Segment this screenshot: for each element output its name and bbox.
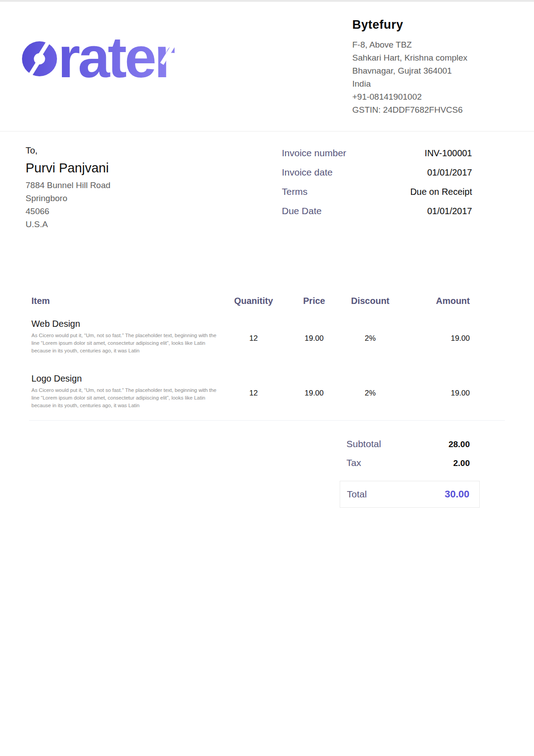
item-row: Logo Design As Cicero would put it, “Um,… — [29, 373, 505, 409]
item-discount: 2% — [341, 373, 399, 409]
item-price: 19.00 — [287, 318, 341, 355]
tax-row: Tax 2.00 — [340, 457, 480, 468]
customer-address-line: 45066 — [26, 205, 282, 218]
bill-to-block: To, Purvi Panjvani 7884 Bunnel Hill Road… — [26, 144, 282, 231]
column-header-item: Item — [29, 296, 220, 306]
meta-row-invoice-date: Invoice date 01/01/2017 — [282, 167, 472, 178]
customer-name: Purvi Panjvani — [26, 160, 282, 176]
column-header-amount: Amount — [399, 296, 505, 306]
crater-logo: rater — [21, 35, 175, 80]
column-header-quantity: Quanitity — [220, 296, 287, 306]
meta-label: Due Date — [282, 205, 322, 217]
total-label: Total — [347, 489, 367, 500]
total-box: Total 30.00 — [340, 481, 480, 508]
company-phone: +91-08141901002 — [352, 90, 507, 103]
crater-c-icon — [21, 40, 58, 77]
customer-address-line: Springboro — [26, 192, 282, 205]
item-row: Web Design As Cicero would put it, “Um, … — [29, 318, 505, 355]
company-address-line: Bhavnagar, Gujrat 364001 — [352, 64, 507, 77]
totals-section: Subtotal 28.00 Tax 2.00 Total 30.00 — [340, 439, 480, 508]
total-value: 30.00 — [445, 488, 469, 500]
crater-logo-text: rater — [58, 35, 175, 86]
item-name: Logo Design — [31, 373, 220, 384]
item-amount: 19.00 — [399, 318, 505, 355]
meta-label: Invoice date — [282, 167, 333, 178]
item-price: 19.00 — [287, 373, 341, 409]
tax-label: Tax — [346, 457, 361, 468]
billing-section: To, Purvi Panjvani 7884 Bunnel Hill Road… — [0, 132, 534, 231]
item-name: Web Design — [31, 318, 220, 330]
company-name: Bytefury — [352, 18, 507, 32]
company-address-line: F-8, Above TBZ — [352, 38, 507, 51]
item-quantity: 12 — [220, 318, 287, 355]
item-amount: 19.00 — [399, 373, 505, 409]
subtotal-value: 28.00 — [448, 440, 470, 449]
customer-address-line: U.S.A — [26, 218, 282, 231]
tax-value: 2.00 — [453, 458, 470, 468]
meta-row-terms: Terms Due on Receipt — [282, 186, 472, 198]
company-address-line: Sahkari Hart, Krishna complex — [352, 51, 507, 64]
items-divider — [29, 420, 505, 421]
items-table-header: Item Quanitity Price Discount Amount — [29, 296, 505, 306]
items-table: Item Quanitity Price Discount Amount Web… — [29, 296, 505, 421]
item-cell: Logo Design As Cicero would put it, “Um,… — [29, 373, 220, 409]
item-cell: Web Design As Cicero would put it, “Um, … — [29, 318, 220, 355]
invoice-number-value: INV-100001 — [425, 147, 472, 159]
item-quantity: 12 — [220, 373, 287, 409]
subtotal-label: Subtotal — [346, 439, 381, 449]
item-description: As Cicero would put it, “Um, not so fast… — [31, 332, 220, 355]
bill-to-label: To, — [26, 144, 282, 157]
meta-row-due-date: Due Date 01/01/2017 — [282, 205, 472, 217]
meta-row-invoice-number: Invoice number INV-100001 — [282, 147, 472, 159]
customer-address-line: 7884 Bunnel Hill Road — [26, 179, 282, 192]
item-description: As Cicero would put it, “Um, not so fast… — [31, 387, 220, 409]
invoice-header: rater Bytefury F-8, Above TBZ Sahkari Ha… — [0, 2, 534, 132]
company-address-line: India — [352, 77, 507, 90]
subtotal-row: Subtotal 28.00 — [340, 439, 480, 449]
company-block: Bytefury F-8, Above TBZ Sahkari Hart, Kr… — [352, 18, 507, 116]
company-gstin: GSTIN: 24DDF7682FHVCS6 — [352, 103, 507, 116]
terms-value: Due on Receipt — [410, 186, 472, 198]
column-header-discount: Discount — [341, 296, 399, 306]
due-date-value: 01/01/2017 — [427, 205, 472, 217]
invoice-date-value: 01/01/2017 — [427, 167, 472, 178]
invoice-page: rater Bytefury F-8, Above TBZ Sahkari Ha… — [0, 0, 534, 756]
item-discount: 2% — [341, 318, 399, 355]
column-header-price: Price — [287, 296, 341, 306]
meta-label: Terms — [282, 186, 307, 198]
invoice-meta: Invoice number INV-100001 Invoice date 0… — [282, 144, 505, 231]
meta-label: Invoice number — [282, 147, 346, 159]
